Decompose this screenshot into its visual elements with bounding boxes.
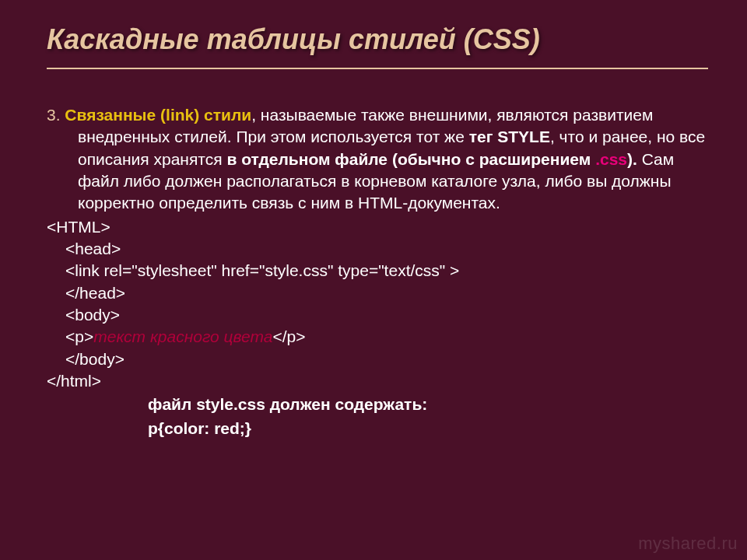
code-italic-text: текст красного цвета [93,327,272,345]
code-tag: </p> [272,327,305,345]
code-line: <HTML> [47,216,708,238]
footer-note: файл style.css должен содержать: [47,394,708,415]
code-line: </head> [47,282,708,304]
bold-term: тег STYLE [469,128,550,145]
title-divider [47,68,708,69]
main-content: 3. Связанные (link) стили, называемые та… [47,104,708,215]
code-example: <HTML> <head> <link rel="stylesheet" hre… [47,216,708,393]
code-line: <link rel="stylesheet" href="style.css" … [47,260,708,282]
code-line: <p>текст красного цвета</p> [47,326,708,348]
slide-title: Каскадные таблицы стилей (CSS) [47,23,708,56]
code-line: </body> [47,348,708,370]
highlight-term: Связанные (link) стили [65,106,251,124]
bold-red-term: .css [595,150,627,168]
bold-term: ). [627,150,642,168]
code-line: <body> [47,304,708,326]
bold-term: в отдельном файле (обычно с расширением [226,150,595,168]
footer-code: p{color: red;} [47,418,708,439]
code-line: </html> [47,370,708,392]
code-tag: <p> [65,327,93,345]
watermark: myshared.ru [638,534,738,554]
section-number: 3. [47,106,65,124]
code-line: <head> [47,238,708,260]
